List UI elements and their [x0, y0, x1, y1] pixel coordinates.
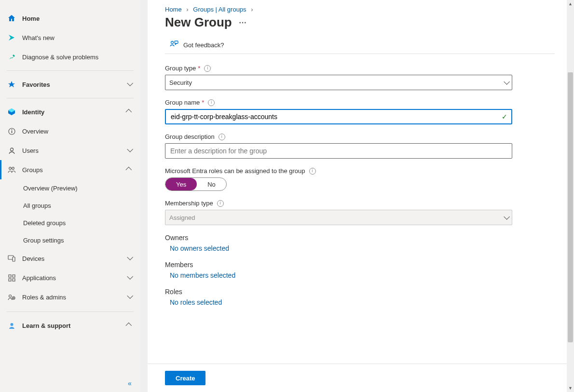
svg-point-14	[10, 323, 13, 326]
roles-heading: Roles	[165, 288, 555, 296]
scroll-down-icon[interactable]: ▼	[567, 384, 574, 392]
svg-rect-8	[9, 275, 11, 277]
toggle-yes[interactable]: Yes	[165, 178, 197, 190]
sidebar-groups-all-groups[interactable]: All groups	[0, 197, 140, 214]
sidebar: Home What's new Diagnose & solve problem…	[0, 0, 140, 392]
diagnose-icon	[7, 53, 16, 61]
svg-rect-16	[175, 41, 178, 43]
chevron-down-icon	[124, 255, 134, 262]
sidebar-label: Users	[22, 147, 124, 154]
info-icon[interactable]: i	[309, 168, 316, 175]
valid-check-icon: ✓	[502, 113, 507, 121]
breadcrumb-groups[interactable]: Groups | All groups	[193, 6, 246, 13]
sidebar-diagnose[interactable]: Diagnose & solve problems	[0, 47, 140, 67]
svg-rect-7	[13, 257, 15, 261]
toggle-no[interactable]: No	[197, 178, 226, 190]
sidebar-identity-devices[interactable]: Devices	[0, 249, 140, 268]
group-type-select[interactable]: Security	[165, 75, 512, 90]
sidebar-label: Devices	[22, 255, 124, 262]
group-description-input[interactable]	[169, 147, 508, 155]
feedback-icon	[170, 41, 178, 50]
membership-type-label: Membership type i	[165, 200, 555, 207]
label-text: Membership type	[165, 200, 213, 207]
chevron-down-icon	[124, 274, 134, 281]
sidebar-groups-overview-preview[interactable]: Overview (Preview)	[0, 179, 140, 197]
scroll-up-icon[interactable]: ▲	[567, 0, 574, 8]
sidebar-identity-applications[interactable]: Applications	[0, 268, 140, 287]
sidebar-groups-group-settings[interactable]: Group settings	[0, 231, 140, 249]
svg-rect-11	[13, 279, 15, 281]
breadcrumb-home[interactable]: Home	[165, 6, 182, 13]
sidebar-favorites[interactable]: Favorites	[0, 75, 140, 94]
sidebar-groups-deleted-groups[interactable]: Deleted groups	[0, 214, 140, 231]
info-icon[interactable]: i	[204, 65, 211, 72]
chevron-up-icon	[124, 166, 134, 173]
divider	[7, 98, 134, 98]
svg-point-12	[9, 295, 12, 297]
chevron-right-icon: ›	[251, 6, 253, 13]
members-link[interactable]: No members selected	[165, 271, 555, 279]
select-value: Assigned	[169, 214, 195, 221]
sidebar-label: Overview	[22, 128, 134, 135]
sidebar-label: Roles & admins	[22, 294, 124, 301]
label-text: Microsoft Entra roles can be assigned to…	[165, 167, 305, 175]
feedback-bar[interactable]: Got feedback?	[165, 37, 555, 54]
svg-rect-9	[13, 275, 15, 277]
sidebar-label: Deleted groups	[23, 219, 66, 227]
breadcrumb: Home › Groups | All groups ›	[165, 6, 555, 13]
create-button[interactable]: Create	[165, 371, 205, 385]
sidebar-label: Diagnose & solve problems	[22, 54, 134, 61]
learn-icon	[7, 322, 16, 329]
sidebar-identity-users[interactable]: Users	[0, 141, 140, 160]
page-title: New Group ⋯	[165, 15, 555, 30]
roles-icon	[7, 294, 16, 301]
svg-point-5	[12, 167, 14, 169]
home-icon	[7, 14, 16, 22]
info-icon[interactable]: i	[217, 200, 224, 207]
more-actions-button[interactable]: ⋯	[239, 18, 246, 27]
sidebar-identity-overview[interactable]: Overview	[0, 122, 140, 141]
chevron-down-icon	[124, 81, 134, 88]
main-scrollbar[interactable]: ▲ ▼	[567, 0, 574, 392]
svg-point-4	[9, 167, 12, 169]
content: Home › Groups | All groups › New Group ⋯…	[148, 0, 574, 364]
sidebar-label: Group settings	[23, 237, 64, 244]
chevron-right-icon: ›	[186, 6, 188, 13]
group-name-input[interactable]	[170, 112, 502, 121]
info-icon[interactable]: i	[208, 99, 215, 106]
sidebar-collapse-button[interactable]: «	[124, 378, 136, 389]
group-icon	[7, 166, 16, 174]
sidebar-learn-support[interactable]: Learn & support	[0, 316, 140, 335]
roles-assignable-toggle[interactable]: Yes No	[165, 177, 227, 191]
chevron-up-icon	[124, 108, 134, 115]
svg-point-2	[11, 129, 12, 130]
star-icon	[7, 81, 16, 88]
feedback-label: Got feedback?	[183, 41, 224, 49]
sidebar-whatsnew[interactable]: What's new	[0, 28, 140, 47]
info-icon[interactable]: i	[219, 134, 225, 140]
chevron-up-icon	[124, 322, 134, 329]
label-text: Group description	[165, 133, 215, 140]
label-text: Group name	[165, 99, 200, 106]
divider	[7, 70, 134, 71]
info-icon	[7, 128, 16, 135]
sidebar-home[interactable]: Home	[0, 9, 140, 28]
select-value: Security	[169, 79, 192, 86]
sidebar-label: What's new	[22, 34, 134, 41]
sidebar-identity[interactable]: Identity	[0, 102, 140, 122]
group-name-label: Group name * i	[165, 99, 555, 106]
sidebar-identity-roles-admins[interactable]: Roles & admins	[0, 287, 140, 307]
sidebar-label: Applications	[22, 274, 124, 282]
sidebar-label: Learn & support	[22, 322, 124, 329]
chevron-down-icon	[504, 214, 508, 221]
group-description-label: Group description i	[165, 133, 555, 140]
sidebar-label: Favorites	[22, 81, 124, 88]
scrollbar-thumb[interactable]	[568, 72, 573, 342]
roles-link[interactable]: No roles selected	[165, 298, 555, 306]
members-heading: Members	[165, 261, 555, 269]
owners-link[interactable]: No owners selected	[165, 244, 555, 252]
sidebar-identity-groups[interactable]: Groups	[0, 160, 140, 179]
owners-heading: Owners	[165, 234, 555, 242]
chevron-down-icon	[504, 79, 508, 86]
footer: Create	[148, 364, 574, 392]
